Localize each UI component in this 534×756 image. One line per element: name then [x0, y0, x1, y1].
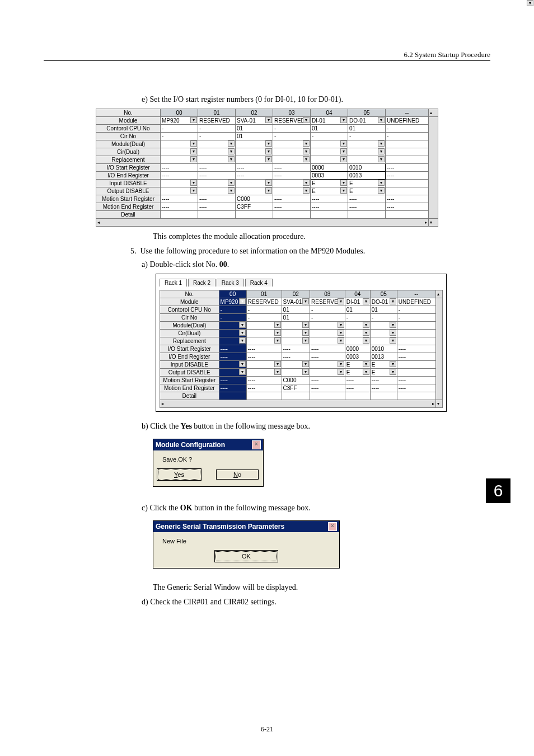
- cell[interactable]: [397, 369, 435, 377]
- cell[interactable]: [311, 140, 348, 148]
- cell[interactable]: [198, 140, 236, 148]
- cell[interactable]: ----: [273, 164, 311, 172]
- cell[interactable]: E: [311, 187, 348, 195]
- cell[interactable]: [273, 180, 311, 187]
- cell[interactable]: [397, 361, 435, 369]
- cell[interactable]: [219, 369, 246, 377]
- cell[interactable]: [236, 148, 273, 156]
- cell[interactable]: [246, 361, 282, 369]
- scroll-down-icon[interactable]: ▾: [435, 400, 442, 408]
- cell[interactable]: SVA-01: [236, 117, 273, 125]
- cell[interactable]: ----: [282, 345, 310, 353]
- cell-io-start-05[interactable]: 0010: [348, 164, 386, 172]
- yes-button[interactable]: Yes: [158, 469, 200, 480]
- close-icon[interactable]: ×: [328, 522, 337, 531]
- cell[interactable]: [310, 361, 345, 369]
- no-button[interactable]: No: [216, 469, 259, 480]
- cell[interactable]: [310, 369, 345, 377]
- scroll-up-icon[interactable]: ▴: [429, 109, 438, 117]
- cell[interactable]: [345, 337, 370, 345]
- cell-selected[interactable]: MP920: [219, 298, 246, 306]
- cell[interactable]: E: [348, 180, 386, 187]
- close-icon[interactable]: ×: [252, 440, 261, 449]
- cell[interactable]: [273, 156, 311, 164]
- cell[interactable]: [282, 337, 310, 345]
- cell[interactable]: DO-01: [370, 298, 397, 306]
- cell[interactable]: [246, 322, 282, 330]
- cell[interactable]: [198, 180, 236, 187]
- scrollbar-track[interactable]: [435, 298, 442, 400]
- scroll-up-icon[interactable]: ▴: [435, 290, 442, 298]
- cell[interactable]: UNDEFINED: [397, 298, 435, 306]
- cell[interactable]: [397, 330, 435, 337]
- cell[interactable]: [198, 187, 236, 195]
- cell[interactable]: [386, 156, 429, 164]
- cell[interactable]: 0000: [345, 345, 370, 353]
- cell[interactable]: [282, 361, 310, 369]
- cell[interactable]: [236, 156, 273, 164]
- cell[interactable]: [386, 140, 429, 148]
- cell[interactable]: [348, 148, 386, 156]
- cell[interactable]: [219, 337, 246, 345]
- cell[interactable]: ----: [397, 345, 435, 353]
- cell[interactable]: [161, 148, 198, 156]
- cell[interactable]: ----: [246, 345, 282, 353]
- cell[interactable]: MP920: [161, 117, 198, 125]
- cell[interactable]: [310, 330, 345, 337]
- cell[interactable]: [282, 369, 310, 377]
- cell[interactable]: ----: [198, 164, 236, 172]
- h-scrollbar[interactable]: ◂▸: [96, 219, 429, 227]
- cell-io-start-04[interactable]: 0000: [311, 164, 348, 172]
- cell[interactable]: [310, 322, 345, 330]
- cell[interactable]: [370, 322, 397, 330]
- cell[interactable]: [219, 322, 246, 330]
- cell[interactable]: [236, 140, 273, 148]
- cell[interactable]: [246, 337, 282, 345]
- cell[interactable]: [273, 148, 311, 156]
- cell[interactable]: E: [370, 369, 397, 377]
- cell[interactable]: E: [345, 369, 370, 377]
- ok-button[interactable]: OK: [216, 551, 277, 561]
- cell[interactable]: [397, 337, 435, 345]
- tab-rack-2[interactable]: Rack 2: [188, 279, 216, 287]
- cell[interactable]: [246, 330, 282, 337]
- cell[interactable]: [236, 180, 273, 187]
- cell[interactable]: [219, 361, 246, 369]
- cell[interactable]: UNDEFINED: [386, 117, 429, 125]
- cell[interactable]: [198, 148, 236, 156]
- cell[interactable]: ----: [386, 164, 429, 172]
- cell[interactable]: E: [311, 180, 348, 187]
- cell[interactable]: DI-01: [345, 298, 370, 306]
- cell[interactable]: [161, 156, 198, 164]
- cell[interactable]: [311, 156, 348, 164]
- cell[interactable]: DI-01: [311, 117, 348, 125]
- cell[interactable]: [236, 187, 273, 195]
- cell[interactable]: [386, 180, 429, 187]
- cell[interactable]: ----: [161, 164, 198, 172]
- cell[interactable]: [370, 330, 397, 337]
- cell[interactable]: [348, 156, 386, 164]
- cell[interactable]: [397, 322, 435, 330]
- cell[interactable]: E: [370, 361, 397, 369]
- cell[interactable]: [273, 187, 311, 195]
- cell[interactable]: [311, 148, 348, 156]
- cell[interactable]: [386, 148, 429, 156]
- cell[interactable]: [219, 330, 246, 337]
- cell[interactable]: E: [345, 361, 370, 369]
- h-scrollbar[interactable]: ◂▸: [160, 400, 436, 408]
- cell[interactable]: [345, 322, 370, 330]
- cell[interactable]: [310, 337, 345, 345]
- scrollbar-track[interactable]: [429, 117, 438, 219]
- cell[interactable]: ----: [236, 164, 273, 172]
- cell[interactable]: [386, 187, 429, 195]
- cell[interactable]: [161, 180, 198, 187]
- cell[interactable]: [198, 156, 236, 164]
- tab-rack-4[interactable]: Rack 4: [245, 279, 273, 287]
- cell[interactable]: E: [348, 187, 386, 195]
- cell[interactable]: ----: [310, 345, 345, 353]
- cell[interactable]: [246, 369, 282, 377]
- cell[interactable]: [161, 140, 198, 148]
- cell[interactable]: [348, 140, 386, 148]
- cell[interactable]: DO-01: [348, 117, 386, 125]
- scroll-down-icon[interactable]: ▾: [429, 219, 438, 227]
